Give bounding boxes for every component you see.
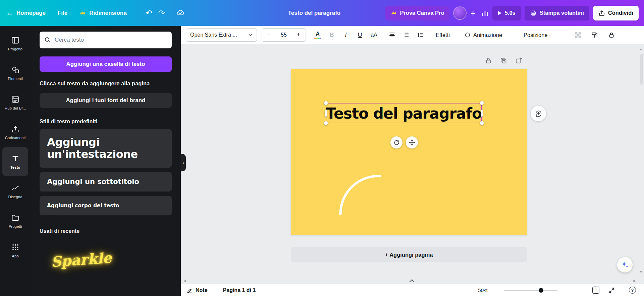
italic-button[interactable]: I	[340, 28, 352, 42]
save-status-button[interactable]	[176, 9, 184, 17]
copy-style-button[interactable]	[589, 28, 601, 42]
brand-fonts-button[interactable]: Aggiungi i tuoi font del brand	[40, 93, 172, 108]
sidebar-item-caricamenti[interactable]: Caricamenti	[2, 118, 28, 146]
font-size-stepper: − 55 +	[262, 28, 306, 42]
share-label: Condividi	[608, 10, 633, 16]
try-pro-button[interactable]: Prova Canva Pro	[385, 6, 449, 20]
page-thumbnails-button[interactable]: 1	[592, 287, 599, 294]
redo-button[interactable]: ↷	[158, 9, 165, 17]
sidebar-item-testo[interactable]: Testo	[2, 147, 28, 176]
scroll-left-arrow[interactable]: ◀	[183, 279, 186, 283]
resize-handle-bottom-left[interactable]	[324, 121, 328, 125]
resize-handle-right[interactable]	[481, 110, 483, 117]
scroll-right-arrow[interactable]: ▶	[633, 279, 636, 283]
sidebar-item-progetti[interactable]: Progetti	[2, 206, 28, 235]
sidebar-item-label: Hub del Br...	[5, 106, 26, 110]
sidebar-item-elementi[interactable]: Elementi	[2, 58, 28, 87]
document-title[interactable]: Testo del paragrafo	[288, 10, 341, 16]
text-color-button[interactable]: A	[312, 28, 324, 42]
zoom-slider[interactable]	[504, 288, 557, 293]
help-button[interactable]: ?	[629, 287, 636, 294]
file-menu-button[interactable]: File	[58, 10, 67, 16]
comment-button[interactable]	[531, 106, 546, 121]
arc-graphic[interactable]	[291, 69, 527, 235]
ai-assistant-button[interactable]	[617, 257, 633, 272]
resize-handle-top-right[interactable]	[480, 101, 484, 105]
play-icon	[498, 11, 502, 15]
add-member-button[interactable]: +	[470, 9, 475, 17]
avatar[interactable]	[453, 6, 467, 20]
duration-button[interactable]: 5.0s	[492, 6, 521, 20]
font-size-increase-button[interactable]: +	[291, 32, 306, 39]
homepage-label: Homepage	[16, 10, 46, 16]
resize-handle-left[interactable]	[325, 110, 327, 117]
sidebar-item-label: App	[12, 254, 18, 258]
share-button[interactable]: Condividi	[593, 6, 639, 20]
sidebar-item-label: Caricamenti	[5, 136, 25, 140]
add-page-button[interactable]: + Aggiungi pagina	[291, 247, 527, 262]
printer-icon	[530, 10, 537, 16]
transparency-button[interactable]	[572, 28, 584, 42]
recent-text-style-sparkle[interactable]: Sparkle	[51, 250, 112, 270]
font-family-select[interactable]: Open Sans Extra ...	[186, 28, 257, 42]
sidebar-item-disegna[interactable]: Disegna	[2, 177, 28, 206]
line-spacing-button[interactable]	[414, 28, 426, 42]
elements-icon	[11, 66, 20, 74]
lock-button[interactable]	[605, 28, 618, 42]
text-color-letter: A	[316, 31, 320, 37]
sidebar-item-label: Elementi	[8, 77, 23, 81]
scroll-down-arrow[interactable]: ▼	[639, 270, 643, 274]
search-input[interactable]	[55, 37, 167, 43]
bold-button[interactable]: B	[326, 28, 338, 42]
sidebar-item-progetto[interactable]: Progetto	[2, 29, 28, 58]
underline-button[interactable]: U	[354, 28, 366, 42]
font-size-decrease-button[interactable]: −	[262, 32, 276, 39]
add-page-icon[interactable]	[515, 57, 522, 64]
sidebar-item-brand-hub[interactable]: Hub del Br...	[2, 88, 28, 117]
rotate-button[interactable]	[390, 136, 402, 149]
scroll-up-arrow[interactable]: ▲	[639, 47, 643, 51]
design-page[interactable]: Testo del paragrafo	[291, 69, 527, 235]
add-textbox-button[interactable]: Aggiungi una casella di testo	[40, 56, 172, 72]
help-label: ?	[631, 288, 634, 293]
search-box[interactable]	[40, 32, 172, 48]
bullet-list-button[interactable]	[400, 28, 412, 42]
folder-icon	[11, 213, 20, 222]
lock-page-icon[interactable]	[485, 57, 492, 64]
insights-button[interactable]	[481, 9, 489, 17]
position-button[interactable]: Posizione	[520, 28, 552, 42]
expand-bottom-panel-button[interactable]	[408, 278, 416, 283]
sidebar-item-app[interactable]: App	[2, 236, 28, 265]
print-flyers-button[interactable]: Stampa volantini	[525, 6, 589, 20]
text-case-button[interactable]: aA	[368, 28, 380, 42]
zoom-level[interactable]: 50%	[478, 287, 488, 293]
print-flyers-label: Stampa volantini	[540, 10, 584, 16]
vertical-scrollbar-thumb[interactable]	[640, 54, 643, 85]
selection-box[interactable]	[326, 103, 482, 123]
zoom-slider-track[interactable]	[504, 290, 557, 291]
resize-button[interactable]: Ridimensiona	[79, 10, 126, 16]
style-card-body[interactable]: Aggiungi corpo del testo	[40, 196, 172, 215]
homepage-button[interactable]: ← Homepage	[6, 9, 46, 17]
canva-editor: ← Homepage File Ridimensiona ↶ ↷	[0, 0, 644, 296]
resize-handle-bottom-right[interactable]	[480, 121, 484, 125]
page-indicator[interactable]: Pagina 1 di 1	[223, 287, 256, 293]
style-card-heading[interactable]: Aggiungi un'intestazione	[40, 129, 172, 168]
panel-hint-text: Clicca sul testo da aggiungere alla pagi…	[40, 80, 172, 87]
effects-button[interactable]: Effetti	[432, 28, 454, 42]
zoom-slider-thumb[interactable]	[539, 288, 543, 293]
resize-handle-top-left[interactable]	[324, 101, 328, 105]
project-icon	[11, 36, 20, 45]
font-size-value[interactable]: 55	[276, 32, 291, 38]
style-card-subtitle[interactable]: Aggiungi un sottotitolo	[40, 172, 172, 192]
panel-collapse-button[interactable]: ‹	[181, 154, 186, 171]
try-pro-label: Prova Canva Pro	[400, 10, 444, 16]
duplicate-page-icon[interactable]	[500, 57, 507, 64]
notes-button[interactable]: Note	[186, 287, 208, 294]
rainbow-color-bar	[314, 38, 321, 39]
animation-button[interactable]: Animazione	[461, 28, 506, 42]
fullscreen-button[interactable]	[608, 287, 615, 294]
undo-button[interactable]: ↶	[146, 9, 152, 17]
move-button[interactable]	[406, 136, 418, 149]
text-align-button[interactable]	[386, 28, 398, 42]
